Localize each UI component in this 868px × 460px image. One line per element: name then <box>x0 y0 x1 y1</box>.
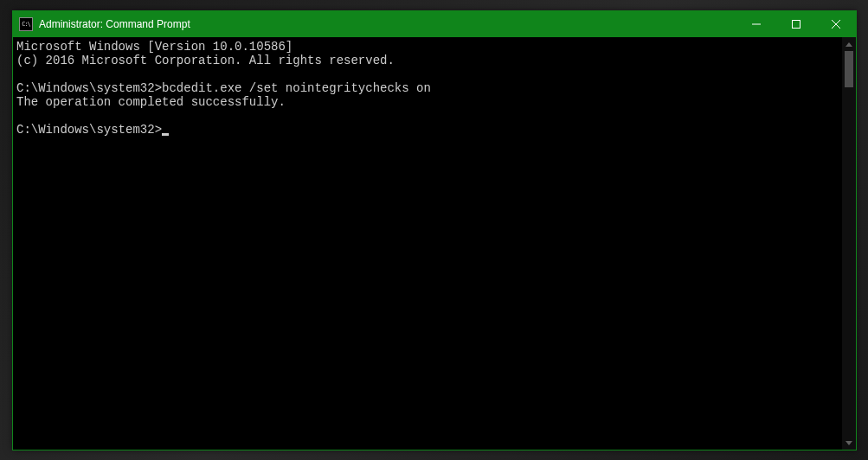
cmd-icon: C:\ <box>19 17 33 31</box>
terminal-area: Microsoft Windows [Version 10.0.10586] (… <box>13 37 856 450</box>
terminal-line: The operation completed successfully. <box>16 95 286 109</box>
minimize-button[interactable] <box>736 11 776 37</box>
close-button[interactable] <box>816 11 856 37</box>
close-icon <box>832 20 840 29</box>
command-prompt-window: C:\ Administrator: Command Prompt Micros… <box>12 10 857 450</box>
scroll-track[interactable] <box>842 51 856 436</box>
cursor <box>162 133 169 136</box>
scroll-down-arrow-icon[interactable] <box>842 436 856 450</box>
titlebar[interactable]: C:\ Administrator: Command Prompt <box>13 11 856 37</box>
window-title: Administrator: Command Prompt <box>39 11 736 37</box>
minimize-icon <box>752 20 761 29</box>
scroll-up-arrow-icon[interactable] <box>842 37 856 51</box>
svg-rect-1 <box>793 21 800 29</box>
terminal-output[interactable]: Microsoft Windows [Version 10.0.10586] (… <box>13 37 842 450</box>
scroll-thumb[interactable] <box>845 51 853 87</box>
terminal-line: (c) 2016 Microsoft Corporation. All righ… <box>16 54 395 67</box>
vertical-scrollbar[interactable] <box>842 37 856 450</box>
terminal-line: C:\Windows\system32>bcdedit.exe /set noi… <box>16 81 431 95</box>
maximize-button[interactable] <box>776 11 816 37</box>
terminal-prompt: C:\Windows\system32> <box>16 123 162 137</box>
window-controls <box>736 11 856 37</box>
terminal-line: Microsoft Windows [Version 10.0.10586] <box>16 40 293 54</box>
maximize-icon <box>792 20 800 29</box>
